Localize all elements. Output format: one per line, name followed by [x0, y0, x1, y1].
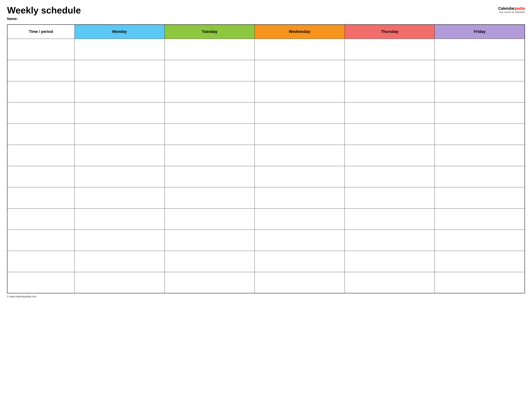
day-cell[interactable]	[75, 39, 165, 60]
time-cell[interactable]	[7, 187, 75, 208]
day-cell[interactable]	[345, 166, 435, 187]
logo-pedia: pedia	[515, 6, 525, 11]
day-cell[interactable]	[165, 39, 254, 60]
day-cell[interactable]	[435, 81, 525, 102]
day-cell[interactable]	[165, 187, 254, 208]
day-cell[interactable]	[165, 230, 254, 251]
day-cell[interactable]	[75, 102, 165, 123]
day-cell[interactable]	[345, 60, 435, 81]
day-cell[interactable]	[435, 145, 525, 166]
day-cell[interactable]	[345, 81, 435, 102]
day-cell[interactable]	[435, 230, 525, 251]
day-cell[interactable]	[165, 102, 254, 123]
day-cell[interactable]	[254, 60, 345, 81]
time-cell[interactable]	[7, 81, 75, 102]
day-cell[interactable]	[165, 145, 254, 166]
table-row	[7, 208, 525, 230]
day-cell[interactable]	[254, 230, 345, 251]
table-row	[7, 230, 525, 251]
day-cell[interactable]	[254, 251, 345, 272]
schedule-table: Time / period Monday Tuesday Wednesday T…	[7, 24, 525, 293]
time-cell[interactable]	[7, 251, 75, 272]
day-cell[interactable]	[254, 145, 345, 166]
table-row	[7, 102, 525, 123]
day-cell[interactable]	[345, 230, 435, 251]
time-cell[interactable]	[7, 230, 75, 251]
day-cell[interactable]	[435, 272, 525, 293]
table-row	[7, 166, 525, 187]
footer: © www.calendarpedia.com	[7, 295, 525, 298]
day-cell[interactable]	[435, 251, 525, 272]
day-cell[interactable]	[345, 39, 435, 60]
time-cell[interactable]	[7, 166, 75, 187]
time-cell[interactable]	[7, 208, 75, 230]
day-cell[interactable]	[435, 102, 525, 123]
day-cell[interactable]	[165, 60, 254, 81]
time-cell[interactable]	[7, 272, 75, 293]
time-cell[interactable]	[7, 60, 75, 81]
day-cell[interactable]	[75, 251, 165, 272]
day-cell[interactable]	[75, 208, 165, 230]
col-header-wednesday: Wednesday	[254, 25, 345, 39]
copyright-text: © www.calendarpedia.com	[7, 295, 36, 298]
table-row	[7, 60, 525, 81]
day-cell[interactable]	[254, 102, 345, 123]
col-header-friday: Friday	[435, 25, 525, 39]
table-row	[7, 81, 525, 102]
day-cell[interactable]	[254, 187, 345, 208]
day-cell[interactable]	[435, 187, 525, 208]
logo-section: Calendarpedia Your source for calendars	[498, 6, 525, 13]
day-cell[interactable]	[75, 60, 165, 81]
day-cell[interactable]	[75, 187, 165, 208]
name-label: Name:	[7, 17, 81, 21]
day-cell[interactable]	[345, 251, 435, 272]
day-cell[interactable]	[165, 81, 254, 102]
day-cell[interactable]	[345, 272, 435, 293]
day-cell[interactable]	[254, 166, 345, 187]
day-cell[interactable]	[254, 208, 345, 230]
table-row	[7, 123, 525, 145]
day-cell[interactable]	[165, 272, 254, 293]
day-cell[interactable]	[254, 81, 345, 102]
time-cell[interactable]	[7, 123, 75, 145]
table-row	[7, 145, 525, 166]
col-header-time: Time / period	[7, 25, 75, 39]
logo-text: Calendarpedia	[498, 6, 525, 11]
col-header-tuesday: Tuesday	[165, 25, 254, 39]
day-cell[interactable]	[75, 145, 165, 166]
day-cell[interactable]	[75, 81, 165, 102]
logo-calendar: Calendar	[498, 6, 515, 11]
schedule-body	[7, 39, 525, 293]
day-cell[interactable]	[254, 39, 345, 60]
day-cell[interactable]	[435, 166, 525, 187]
time-cell[interactable]	[7, 102, 75, 123]
day-cell[interactable]	[345, 187, 435, 208]
day-cell[interactable]	[165, 123, 254, 145]
day-cell[interactable]	[254, 123, 345, 145]
day-cell[interactable]	[75, 230, 165, 251]
day-cell[interactable]	[435, 39, 525, 60]
time-cell[interactable]	[7, 145, 75, 166]
table-header-row: Time / period Monday Tuesday Wednesday T…	[7, 25, 525, 39]
day-cell[interactable]	[165, 208, 254, 230]
day-cell[interactable]	[345, 102, 435, 123]
day-cell[interactable]	[75, 166, 165, 187]
day-cell[interactable]	[345, 208, 435, 230]
table-row	[7, 39, 525, 60]
day-cell[interactable]	[345, 123, 435, 145]
day-cell[interactable]	[435, 208, 525, 230]
col-header-monday: Monday	[75, 25, 165, 39]
day-cell[interactable]	[254, 272, 345, 293]
day-cell[interactable]	[435, 123, 525, 145]
day-cell[interactable]	[345, 145, 435, 166]
day-cell[interactable]	[75, 272, 165, 293]
day-cell[interactable]	[165, 251, 254, 272]
table-row	[7, 251, 525, 272]
time-cell[interactable]	[7, 39, 75, 60]
main-title: Weekly schedule	[7, 5, 81, 15]
day-cell[interactable]	[75, 123, 165, 145]
title-section: Weekly schedule Name:	[7, 5, 81, 21]
day-cell[interactable]	[165, 166, 254, 187]
day-cell[interactable]	[435, 60, 525, 81]
header-area: Weekly schedule Name: Calendarpedia Your…	[7, 5, 525, 21]
